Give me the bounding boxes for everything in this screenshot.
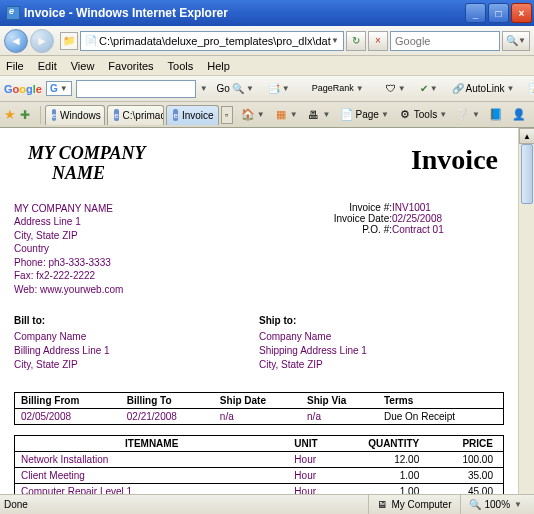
pagerank-button[interactable]: PageRank▼ xyxy=(307,81,369,95)
messenger-icon: 👤 xyxy=(512,108,526,122)
status-bar: Done 🖥 My Computer 🔍 100% ▼ xyxy=(0,494,534,514)
menu-favorites[interactable]: Favorites xyxy=(108,60,153,72)
tab-windows[interactable]: eWindows s... xyxy=(45,105,106,125)
menu-tools[interactable]: Tools xyxy=(168,60,194,72)
google-search-dropdown-icon[interactable]: ▼ xyxy=(200,84,208,93)
invoice-title: Invoice xyxy=(411,144,504,184)
scroll-up-button[interactable]: ▲ xyxy=(519,128,534,144)
vertical-scrollbar[interactable]: ▲ ▼ xyxy=(518,128,534,514)
rss-icon: ▦ xyxy=(274,108,288,122)
table-row: 02/05/2008 02/21/2008 n/a n/a Due On Rec… xyxy=(15,409,504,425)
shipping-table: Billing From Billing To Ship Date Ship V… xyxy=(14,392,504,425)
book-icon: 📘 xyxy=(489,108,503,122)
bookmark-button[interactable]: 📑▼ xyxy=(263,80,295,97)
autofill-button[interactable]: 📝 xyxy=(523,80,534,97)
ie-icon xyxy=(6,6,20,20)
forward-button[interactable]: ► xyxy=(30,29,54,53)
close-button[interactable]: × xyxy=(511,3,532,23)
tab-icon: e xyxy=(173,109,177,121)
popup-blocker-button[interactable]: 🛡▼ xyxy=(381,80,411,97)
nav-toolbar: ◄ ► 📁 📄 ▼ ↻ × 🔍▼ xyxy=(0,26,534,56)
feeds-button[interactable]: ▦▼ xyxy=(270,105,302,125)
go-button[interactable]: Go 🔍▼ xyxy=(212,80,259,97)
tab-icon: e xyxy=(114,109,118,121)
maximize-button[interactable]: □ xyxy=(488,3,509,23)
zone-cell: 🖥 My Computer xyxy=(368,495,459,514)
company-name: MY COMPANY NAME xyxy=(14,144,146,184)
menu-help[interactable]: Help xyxy=(207,60,230,72)
computer-icon: 🖥 xyxy=(377,499,387,510)
status-text: Done xyxy=(4,499,28,510)
new-tab-button[interactable]: ▫ xyxy=(221,106,233,124)
zoom-cell[interactable]: 🔍 100% ▼ xyxy=(460,495,531,514)
back-button[interactable]: ◄ xyxy=(4,29,28,53)
help-icon: ❔ xyxy=(456,108,470,122)
tab-icon: e xyxy=(52,109,56,121)
home-icon: 🏠 xyxy=(241,108,255,122)
bill-to: Bill to: Company Name Billing Address Li… xyxy=(14,314,259,372)
google-logo: Google xyxy=(4,83,42,95)
page-icon: 📄 xyxy=(340,108,354,122)
refresh-button[interactable]: ↻ xyxy=(346,31,366,51)
menu-file[interactable]: File xyxy=(6,60,24,72)
invoice-document: MY COMPANY NAME Invoice MY COMPANY NAME … xyxy=(0,128,534,514)
stop-button[interactable]: × xyxy=(368,31,388,51)
favorites-icon[interactable]: ★ xyxy=(4,107,16,122)
scroll-thumb[interactable] xyxy=(521,144,533,204)
search-box[interactable] xyxy=(390,31,500,51)
address-bar[interactable]: 📄 ▼ xyxy=(80,31,344,51)
chevron-down-icon: ▼ xyxy=(514,500,522,509)
minimize-button[interactable]: _ xyxy=(465,3,486,23)
page-icon: 📄 xyxy=(85,35,97,46)
home-button[interactable]: 🏠▼ xyxy=(237,105,269,125)
content-area: MY COMPANY NAME Invoice MY COMPANY NAME … xyxy=(0,128,534,514)
search-input[interactable] xyxy=(395,35,495,47)
google-brand-button[interactable]: G▼ xyxy=(46,81,72,96)
tab-primad[interactable]: eC:\primad... xyxy=(107,105,164,125)
menu-bar: File Edit View Favorites Tools Help xyxy=(0,56,534,76)
tools-icon: ⚙ xyxy=(398,108,412,122)
research-button[interactable]: 📘 xyxy=(485,105,507,125)
zoom-icon: 🔍 xyxy=(469,499,481,510)
invoice-meta: Invoice #:INV1001 Invoice Date:02/25/200… xyxy=(304,202,504,297)
messenger-button[interactable]: 👤 xyxy=(508,105,530,125)
print-button[interactable]: 🖶▼ xyxy=(303,105,335,125)
help-button[interactable]: ❔▼ xyxy=(452,105,484,125)
search-button[interactable]: 🔍▼ xyxy=(502,31,530,51)
url-dropdown-icon[interactable]: ▼ xyxy=(331,36,339,45)
menu-edit[interactable]: Edit xyxy=(38,60,57,72)
url-input[interactable] xyxy=(99,35,331,47)
ship-to: Ship to: Company Name Shipping Address L… xyxy=(259,314,504,372)
page-button[interactable]: 📄Page▼ xyxy=(336,105,393,125)
folder-icon: 📁 xyxy=(60,32,78,50)
tools-button[interactable]: ⚙Tools▼ xyxy=(394,105,451,125)
autolink-button[interactable]: 🔗AutoLink▼ xyxy=(447,80,520,97)
table-row: Network InstallationHour12.00100.00 xyxy=(15,452,504,468)
window-titlebar: Invoice - Windows Internet Explorer _ □ … xyxy=(0,0,534,26)
spellcheck-button[interactable]: ✔▼ xyxy=(415,80,443,97)
add-favorite-icon[interactable]: ✚ xyxy=(20,108,30,122)
window-title: Invoice - Windows Internet Explorer xyxy=(24,6,465,20)
tab-bar: ★ ✚ eWindows s... eC:\primad... eInvoice… xyxy=(0,102,534,128)
google-search-input[interactable] xyxy=(76,80,196,98)
table-row: Client MeetingHour1.0035.00 xyxy=(15,468,504,484)
print-icon: 🖶 xyxy=(307,108,321,122)
menu-view[interactable]: View xyxy=(71,60,95,72)
tab-invoice[interactable]: eInvoice× xyxy=(166,105,218,125)
company-address: MY COMPANY NAME Address Line 1 City, Sta… xyxy=(14,202,304,297)
google-toolbar: Google G▼ ▼ Go 🔍▼ 📑▼ PageRank▼ 🛡▼ ✔▼ 🔗Au… xyxy=(0,76,534,102)
